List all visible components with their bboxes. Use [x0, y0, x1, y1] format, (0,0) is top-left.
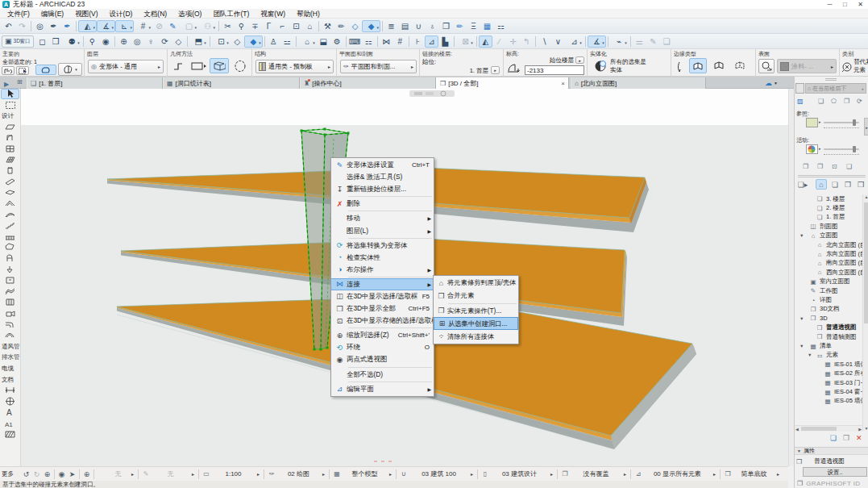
toolbar-button[interactable]: ⊘ — [152, 20, 166, 32]
menu-item[interactable]: 设计(D) — [104, 10, 139, 19]
toolbar-button[interactable]: ∡ — [588, 35, 606, 48]
quick-option-dropdown[interactable]: ❐没有覆盖▸ — [559, 468, 629, 481]
quick-option-dropdown[interactable]: ▭1:100▸ — [201, 468, 262, 481]
context-menu-item[interactable]: ↧重新链接始位楼层... — [331, 183, 434, 195]
tab-3d-all[interactable]: ❒ [3D / 全部] × — [436, 77, 569, 89]
tool-morph[interactable] — [1, 242, 19, 252]
toolbar-button[interactable]: ⚙ — [330, 35, 344, 48]
context-menu-item[interactable]: ✎变形体选择设置Ctrl+T — [331, 159, 434, 171]
trace-pick-icon[interactable]: ❏ — [818, 98, 824, 105]
tree-item[interactable]: ▼⌂立面图 — [795, 231, 862, 240]
toolbar-button[interactable]: ∨ — [551, 35, 565, 48]
toolbox-more-label[interactable]: 更多 — [0, 470, 21, 478]
new-viewpoint-icon[interactable]: ❏ — [830, 434, 837, 442]
toolbar-button[interactable]: ◇ — [172, 35, 185, 48]
toolbar-button[interactable]: ⚍ — [280, 35, 294, 48]
toolbar-button[interactable]: ⚲ — [85, 35, 99, 48]
toolbar-button[interactable]: ⚉ — [63, 35, 81, 48]
toolbar-button[interactable]: ◻ — [35, 35, 49, 48]
tool-lamp[interactable] — [1, 265, 19, 275]
toolbar-button[interactable]: ✂ — [221, 20, 235, 32]
toolbar-button[interactable]: ⊿ — [565, 35, 584, 48]
tree-item[interactable]: ❒普通透视图 — [795, 323, 862, 332]
toolbar-button[interactable]: ◆ — [362, 20, 380, 32]
trace-toggle-button[interactable] — [795, 83, 804, 94]
tree-item[interactable]: ❐3D文档 — [795, 305, 862, 314]
toolbar-button[interactable]: ❏ — [660, 35, 674, 48]
context-menu-item[interactable]: ❒在3D中显示全部Ctrl+F5 — [331, 302, 434, 315]
toolbar-button[interactable]: ⚇ — [198, 20, 217, 32]
toolbar-button[interactable]: ◭ — [78, 20, 97, 32]
toolbar-button[interactable]: ↶ — [2, 20, 15, 32]
building-material-dropdown[interactable]: 通用类 - 预制板 ▸ — [255, 60, 334, 73]
quick-option-dropdown[interactable]: ⊿00 显示所有元素▸ — [633, 468, 718, 481]
floorplan-display-dropdown[interactable]: ✑ 平面图和剖面... ▸ — [340, 60, 417, 73]
trace-overlay-icon[interactable]: ❐ — [817, 163, 823, 170]
toolbar-button[interactable]: ❒ — [49, 35, 63, 48]
context-menu-item[interactable]: ◉两点式透视图 — [331, 353, 434, 365]
tool-zone[interactable] — [1, 275, 19, 286]
story-select-button[interactable]: ▸ — [491, 66, 500, 74]
toolbar-button[interactable]: ⊦ — [411, 35, 425, 48]
toolbox-group-cabling[interactable]: 电缆 — [0, 365, 20, 373]
orbit-icon[interactable]: ◉ — [56, 470, 67, 478]
tree-item[interactable]: ❏3. 楼层 — [795, 194, 862, 203]
tab-opening-schedule[interactable]: ▦ [洞口统计表] — [163, 77, 300, 89]
submenu-item[interactable]: ⁘清除所有连接体 — [434, 330, 518, 343]
trace-move-icon[interactable]: ⬠ — [831, 98, 837, 105]
toolbar-button[interactable]: ∖ — [538, 35, 551, 48]
tool-arrow[interactable] — [1, 89, 19, 99]
geometry-rectangle-button[interactable] — [190, 60, 206, 73]
toolbar-button[interactable]: ⊾ — [115, 20, 134, 32]
tool-stair[interactable] — [1, 220, 19, 231]
toolbar-button[interactable]: ✎ — [646, 35, 660, 48]
delete-icon[interactable]: ✕ — [856, 434, 862, 442]
quick-option-dropdown[interactable]: ✎无▸ — [140, 468, 197, 481]
menu-item[interactable]: 选项(O) — [172, 10, 207, 19]
tool-marquee[interactable] — [1, 100, 19, 111]
tool-mesh[interactable] — [1, 286, 19, 297]
toolbox-group-document[interactable]: 文档 — [0, 376, 20, 384]
menu-item[interactable]: 帮助(H) — [291, 10, 326, 19]
context-menu-item[interactable]: ⊕缩放到选择(Z)Ctrl+Shift+' — [331, 329, 434, 341]
3d-window-button[interactable]: ▣ 3D窗口 — [2, 35, 34, 48]
quick-option-dropdown[interactable]: 无▸ — [96, 468, 136, 481]
toolbar-button[interactable]: ⋈ — [380, 35, 393, 48]
context-menu-item[interactable]: ⊿编辑平面▶ — [331, 383, 434, 395]
tree-item[interactable]: ⌂东向立面图 (自动重建) — [795, 249, 862, 258]
tree-item[interactable]: ⌂南向立面图 (自动重建) — [795, 259, 862, 268]
trace-split-icon[interactable]: ⊡ — [832, 163, 837, 170]
zoom-icon[interactable]: ⊕ — [42, 470, 52, 478]
tree-expand-icon[interactable]: ▼ — [799, 233, 805, 238]
toolbar-button[interactable]: ▤ — [398, 20, 412, 32]
toolbar-button[interactable]: ⬓ — [317, 35, 330, 48]
explore-icon[interactable]: ➤ — [67, 470, 77, 478]
settings-button[interactable]: 设置.. — [803, 467, 867, 477]
toolbox-group-pipework[interactable]: 排水管 — [0, 353, 20, 361]
toolbox-group-ductwork[interactable]: 通风管 — [0, 343, 20, 351]
toolbar-button[interactable]: ♁ — [426, 20, 439, 32]
new-folder-icon[interactable]: ❐ — [843, 434, 849, 442]
menu-item[interactable]: 文件(F) — [2, 10, 35, 19]
trace-reset-icon[interactable]: ⟳ — [857, 98, 862, 105]
toolbar-button[interactable]: ⟳ — [158, 35, 172, 48]
toolbar-button[interactable]: ⌐ — [276, 20, 289, 32]
context-menu-item[interactable]: ⋈连接▶ — [331, 278, 434, 290]
tab-overview-icon[interactable]: ⊞ — [17, 78, 23, 86]
tab-action-center[interactable]: ♜ [操作中心] — [300, 77, 436, 89]
tab-scroll-left-icon[interactable]: ▶ — [4, 81, 9, 88]
menu-item[interactable]: 文档(N) — [138, 10, 172, 19]
toolbar-button[interactable]: ⚌ — [633, 35, 646, 48]
toolbar-button[interactable]: ⚲ — [235, 20, 248, 32]
toolbar-button[interactable]: Γ — [262, 20, 276, 32]
quick-option-dropdown[interactable]: ▦整个模型▸ — [331, 468, 394, 481]
toolbar-button[interactable]: ✏ — [453, 20, 467, 32]
toolbar-button[interactable]: ✛ — [506, 35, 520, 48]
toolbar-button[interactable]: ⌂ — [298, 35, 317, 48]
tool-opening[interactable] — [1, 297, 19, 307]
surface-override-toggle[interactable] — [758, 59, 775, 73]
tree-item[interactable]: ▦IES-05 墙体材料 — [795, 397, 862, 406]
context-menu-item[interactable]: 选择& 激活工具(S) — [331, 171, 434, 183]
quick-option-dropdown[interactable]: ▯03 建筑设计▸ — [480, 468, 555, 481]
tool-duct[interactable] — [1, 319, 19, 330]
